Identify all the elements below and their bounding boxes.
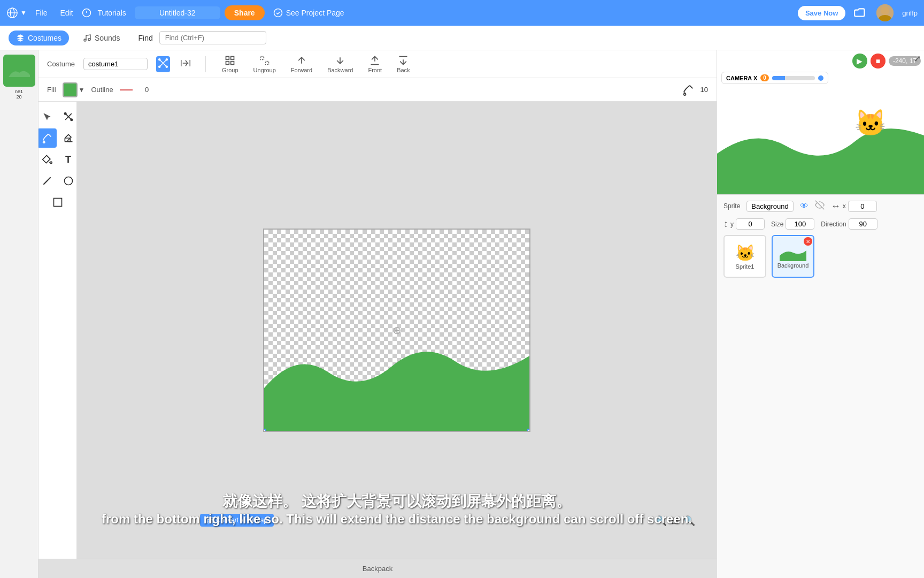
sprite-card-sprite1[interactable]: 🐱 Sprite1 [723,235,766,278]
username-label: griffp [902,9,918,17]
x-value-input[interactable] [848,201,877,212]
back-btn[interactable]: Back [394,54,413,74]
sprite1-icon: 🐱 [735,244,755,262]
costume-panel: ne120 [0,50,38,578]
save-now-button[interactable]: Save Now [798,6,845,20]
expand-stage-btn[interactable]: ⤢ [914,54,921,64]
fill-dropdown-arrow[interactable]: ▼ [79,86,85,94]
topbar: ▼ File Edit Tutorials Share See Project … [0,0,924,26]
find-input[interactable] [159,31,266,44]
stage-controls: ▶ ■ -240, 17 [852,54,921,69]
avatar[interactable] [876,4,894,21]
ungroup-btn[interactable]: Ungroup [250,54,279,74]
camera-value: 0 [760,74,769,81]
rect-tool[interactable] [48,193,67,212]
editor-area: Costume Group Ungroup Forward [38,50,717,578]
size-prop-group: Size [771,218,814,230]
toolbar2: Costumes Sounds Find [0,26,924,50]
zoom-in-btn[interactable]: 🔍 [683,515,695,527]
reshape-tool[interactable] [59,107,78,126]
subtitle-overlay: 就像这样。 这将扩大背景可以滚动到屏幕外的距离。 from the bottom… [77,491,717,527]
svg-rect-27 [207,518,213,523]
file-menu[interactable]: File [31,6,52,19]
fill-label: Fill [47,86,56,94]
line-tool[interactable] [38,171,57,191]
svg-rect-18 [260,56,264,59]
camera-label: CAMERA X [726,75,757,81]
backpack-bar[interactable]: Backpack [38,559,717,578]
green-flag-btn[interactable]: ▶ [852,54,867,69]
costume-name-input[interactable] [83,58,148,70]
canvas-area: T [38,102,717,559]
x-prop-group: ↔ x [831,201,877,212]
tools-panel: T [38,102,77,559]
costume-thumb-1[interactable] [3,55,35,87]
costumes-tab[interactable]: Costumes [9,31,69,45]
forward-btn[interactable]: Forward [288,54,315,74]
corner-handle-bl[interactable] [263,429,266,432]
stop-btn[interactable]: ■ [871,54,886,69]
convert-bitmap-button[interactable]: Convert to Bitmap [200,514,274,527]
zoom-controls: 🔍 ⊟ 🔍 [655,515,695,527]
costume-header: Costume Group Ungroup Forward [38,50,717,78]
svg-rect-14 [226,56,229,59]
canvas-content[interactable]: ⊕ [263,229,530,432]
outline-preview-area [120,86,133,94]
see-project-button[interactable]: See Project Page [269,6,349,20]
corner-handle-br[interactable] [527,429,530,432]
fill-tool[interactable] [38,150,57,169]
globe-button[interactable]: ▼ [6,7,27,19]
subtitle-cn: 就像这样。 这将扩大背景可以滚动到屏幕外的距离。 [77,491,717,512]
eraser-tool[interactable] [59,128,78,148]
front-btn[interactable]: Front [365,54,385,74]
show-eye-btn[interactable]: 👁 [800,201,808,211]
background-label: Background [777,262,809,269]
svg-point-12 [159,66,160,67]
backward-btn[interactable]: Backward [324,54,356,74]
svg-line-24 [43,177,50,184]
sprite-card-background[interactable]: ✕ Background [772,235,814,278]
svg-rect-17 [231,61,234,64]
text-tool[interactable]: T [59,150,78,169]
select-tool[interactable] [38,107,57,126]
ellipse-tool[interactable] [59,171,78,191]
project-title-input[interactable] [135,6,220,19]
tutorials-label: Tutorials [94,6,130,19]
camera-badge-fill [772,76,785,80]
brush-tool[interactable] [38,128,57,148]
vector-mode-btn[interactable] [156,56,170,72]
flip-btn[interactable] [179,56,192,72]
background-preview-icon [780,244,806,261]
share-button[interactable]: Share [225,5,265,20]
direction-prop-group: Direction [821,218,877,230]
svg-rect-19 [265,61,268,64]
convert-bitmap-btn[interactable]: Convert to Bitmap [200,514,274,527]
brush-size: 10 [700,86,708,94]
subtitle-en: from the bottom right, like so. This wil… [77,512,717,527]
edit-menu[interactable]: Edit [56,6,77,19]
sprite-delete-btn[interactable]: ✕ [804,237,812,246]
zoom-out-btn[interactable]: 🔍 [655,515,667,527]
move-handle[interactable]: ⊕ [392,324,402,337]
group-btn[interactable]: Group [219,54,242,74]
brush-icon [682,84,694,96]
fill-color-swatch[interactable] [63,82,78,97]
find-label: Find [138,34,153,42]
main: ne120 Costume Group Ungroup [0,50,924,578]
stroke-number: 0 [139,86,155,94]
direction-value-input[interactable] [849,218,877,230]
svg-rect-15 [231,56,234,59]
y-value-input[interactable] [736,218,765,230]
folder-icon[interactable] [854,6,868,20]
right-panel: 🐱 ▶ ■ -240, 17 CAMERA X 0 ⤢ Sprite [717,50,924,578]
svg-rect-26 [53,199,61,207]
tutorials-btn[interactable]: Tutorials [82,6,130,19]
svg-point-13 [166,58,167,60]
zoom-fit-btn[interactable]: ⊟ [671,515,679,527]
costume-label-text: Costume [47,60,75,68]
hide-eye-btn[interactable] [815,200,825,212]
sounds-tab[interactable]: Sounds [75,31,127,45]
outline-label: Outline [91,86,113,94]
size-value-input[interactable] [786,218,814,230]
camera-indicator [818,75,823,81]
